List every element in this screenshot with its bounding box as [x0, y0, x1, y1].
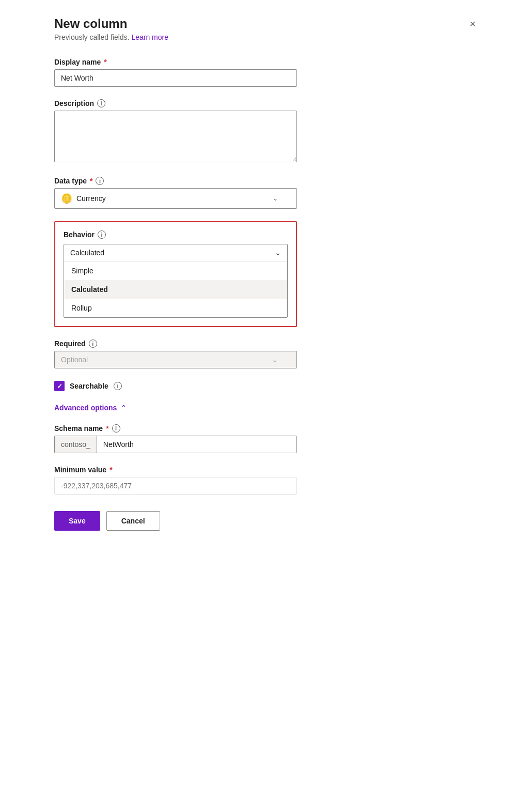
new-column-panel: New column × Previously called fields. L… — [34, 0, 498, 802]
cancel-button[interactable]: Cancel — [106, 511, 160, 531]
required-star: * — [104, 58, 106, 66]
display-name-label: Display name * — [54, 58, 478, 66]
required-star-schema: * — [106, 424, 108, 433]
schema-name-group: Schema name * i contoso_ — [54, 424, 478, 453]
required-group: Required i Optional ⌄ — [54, 340, 478, 368]
required-value: Optional — [61, 356, 88, 364]
subtitle-text: Previously called fields. — [54, 33, 130, 41]
data-type-chevron: ⌄ — [273, 195, 278, 202]
schema-name-info-icon[interactable]: i — [112, 424, 120, 433]
schema-name-input-row: contoso_ — [54, 436, 297, 453]
panel-title: New column — [54, 17, 127, 31]
behavior-dropdown-list: Simple Calculated Rollup — [64, 261, 287, 317]
description-info-icon[interactable]: i — [97, 99, 105, 107]
behavior-chevron: ⌄ — [275, 249, 281, 257]
min-value-group: Minimum value * — [54, 466, 478, 495]
behavior-option-calculated[interactable]: Calculated — [64, 280, 287, 299]
description-group: Description i — [54, 99, 478, 164]
behavior-label: Behavior i — [64, 230, 288, 239]
data-type-value: Currency — [76, 194, 106, 203]
checkmark-icon: ✓ — [57, 382, 62, 390]
required-star-min: * — [109, 466, 112, 474]
data-type-info-icon[interactable]: i — [96, 177, 104, 185]
display-name-group: Display name * — [54, 58, 478, 87]
required-star-type: * — [90, 177, 92, 185]
close-button[interactable]: × — [467, 17, 478, 31]
advanced-options-toggle[interactable]: Advanced options ⌃ — [54, 404, 126, 412]
behavior-option-simple[interactable]: Simple — [64, 261, 287, 280]
searchable-label: Searchable — [70, 382, 108, 390]
behavior-section: Behavior i Calculated ⌄ Simple Calculate… — [54, 221, 297, 327]
min-value-input[interactable] — [54, 477, 297, 495]
data-type-label: Data type * i — [54, 177, 478, 185]
schema-name-label: Schema name * i — [54, 424, 478, 433]
currency-icon: 🪙 — [61, 193, 72, 204]
schema-name-input[interactable] — [97, 436, 296, 453]
data-type-group: Data type * i 🪙 Currency ⌄ — [54, 177, 478, 209]
data-type-select[interactable]: 🪙 Currency ⌄ — [54, 188, 297, 209]
required-info-icon[interactable]: i — [89, 340, 97, 348]
required-label: Required i — [54, 340, 478, 348]
schema-prefix: contoso_ — [55, 436, 97, 453]
learn-more-link[interactable]: Learn more — [131, 33, 168, 41]
footer-buttons: Save Cancel — [54, 511, 478, 531]
save-button[interactable]: Save — [54, 511, 100, 531]
behavior-dropdown[interactable]: Calculated ⌄ Simple Calculated Rollup — [64, 244, 288, 318]
data-type-select-wrapper: 🪙 Currency ⌄ — [54, 188, 297, 209]
behavior-selected-row[interactable]: Calculated ⌄ — [64, 244, 287, 261]
panel-subtitle: Previously called fields. Learn more — [54, 33, 478, 41]
description-label: Description i — [54, 99, 478, 107]
panel-header: New column × — [54, 17, 478, 31]
required-chevron: ⌄ — [272, 356, 278, 364]
behavior-info-icon[interactable]: i — [98, 230, 106, 239]
required-select[interactable]: Optional ⌄ — [54, 351, 297, 368]
description-input[interactable] — [54, 111, 297, 162]
display-name-input[interactable] — [54, 69, 297, 87]
searchable-row: ✓ Searchable i — [54, 381, 478, 391]
advanced-options-label: Advanced options — [54, 404, 117, 412]
advanced-options-chevron-icon: ⌃ — [121, 404, 126, 411]
behavior-option-rollup[interactable]: Rollup — [64, 299, 287, 317]
min-value-label: Minimum value * — [54, 466, 478, 474]
searchable-checkbox[interactable]: ✓ — [54, 381, 65, 391]
searchable-info-icon[interactable]: i — [114, 382, 122, 390]
behavior-selected-value: Calculated — [70, 249, 104, 257]
